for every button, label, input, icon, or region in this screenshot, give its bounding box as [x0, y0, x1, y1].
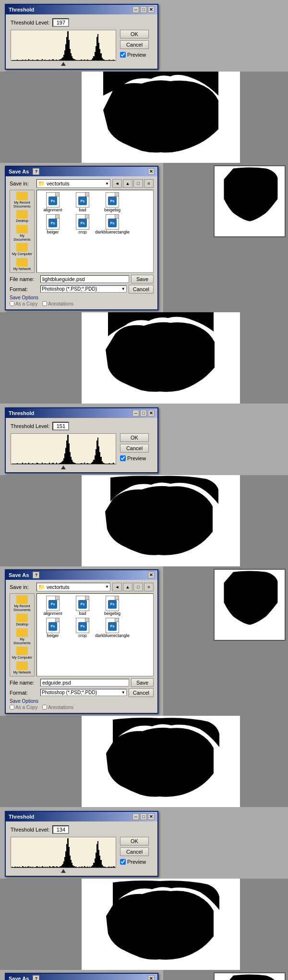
- threshold-level-input[interactable]: 134: [52, 825, 69, 834]
- file-item[interactable]: Pscrop: [69, 214, 96, 234]
- preview-checkbox[interactable]: [120, 52, 126, 58]
- minimize-button[interactable]: ─: [132, 813, 139, 820]
- save-options-label[interactable]: Save Options: [10, 295, 154, 300]
- close-button[interactable]: ✕: [148, 975, 155, 980]
- left-panel-item[interactable]: My Network: [11, 661, 33, 675]
- threshold-level-label: Threshold Level:: [11, 827, 49, 833]
- left-panel-label: My Recent Documents: [12, 604, 33, 612]
- file-grid: PsalignmentPsbadPsbeigebigPsbeigerPscrop…: [36, 593, 154, 676]
- threshold-level-input[interactable]: 197: [52, 18, 69, 27]
- face-silhouette: [82, 716, 240, 807]
- file-item[interactable]: Psalignment: [39, 192, 67, 212]
- left-panel-item[interactable]: My Recent Documents: [11, 595, 33, 612]
- left-panel-item[interactable]: My Recent Documents: [11, 191, 33, 208]
- close-button[interactable]: ✕: [148, 410, 155, 416]
- left-panel-item[interactable]: My Documents: [11, 224, 33, 242]
- left-grey-area: [0, 72, 82, 163]
- new-folder-button[interactable]: □: [133, 583, 143, 591]
- ok-button[interactable]: OK: [120, 30, 149, 38]
- save-button[interactable]: Save: [131, 275, 154, 283]
- face-canvas: [82, 716, 240, 807]
- maximize-button[interactable]: □: [140, 6, 147, 13]
- preview-checkbox[interactable]: [120, 859, 126, 865]
- save-in-combo[interactable]: 📁vectortuts▼: [36, 179, 110, 188]
- threshold-dialog: Threshold─□✕Threshold Level:151OKCancelP…: [5, 407, 158, 473]
- left-panel-item[interactable]: My Documents: [11, 628, 33, 645]
- format-combo[interactable]: Photoshop (*.PSD;*.PDD)▼: [40, 689, 127, 696]
- cancel-button[interactable]: Cancel: [120, 444, 149, 453]
- save-in-label: Save in:: [10, 584, 35, 590]
- face-silhouette: [82, 475, 240, 566]
- file-item[interactable]: Psbad: [69, 192, 96, 212]
- ok-button[interactable]: OK: [120, 837, 149, 845]
- file-item[interactable]: Psdarkbluerectangle: [98, 618, 126, 638]
- left-panel-item[interactable]: My Computer: [11, 243, 33, 257]
- help-button[interactable]: ?: [33, 572, 39, 578]
- file-item[interactable]: Pscrop: [69, 618, 96, 638]
- file-grid: PsalignmentPsbadPsbeigebigPsbeigerPscrop…: [36, 190, 154, 273]
- save-check-label: Annotations: [48, 705, 73, 710]
- close-button[interactable]: ✕: [148, 572, 155, 578]
- preview-checkbox[interactable]: [120, 455, 126, 461]
- minimize-button[interactable]: ─: [132, 6, 139, 13]
- save-options-label[interactable]: Save Options: [10, 698, 154, 704]
- left-panel-item[interactable]: My Network: [11, 257, 33, 271]
- up-button[interactable]: ▲: [123, 583, 132, 591]
- file-item[interactable]: Psdarkbluerectangle: [98, 214, 126, 234]
- cancel-button[interactable]: Cancel: [129, 688, 154, 697]
- filename-label: File name:: [10, 276, 38, 282]
- folder-icon: [16, 662, 28, 670]
- help-button[interactable]: ?: [33, 975, 39, 980]
- file-item[interactable]: Psbeiger: [39, 618, 67, 638]
- file-item[interactable]: Psbad: [69, 596, 96, 616]
- face-section-face_lighter: [0, 879, 288, 970]
- left-panel-item[interactable]: My Computer: [11, 646, 33, 660]
- ok-button[interactable]: OK: [120, 433, 149, 442]
- format-label: Format:: [10, 286, 38, 292]
- minimize-button[interactable]: ─: [132, 410, 139, 416]
- maximize-button[interactable]: □: [140, 410, 147, 416]
- left-grey-area: [0, 475, 82, 566]
- close-button[interactable]: ✕: [148, 6, 155, 13]
- face-canvas: [82, 312, 240, 404]
- close-button[interactable]: ✕: [148, 813, 155, 820]
- cancel-button[interactable]: Cancel: [120, 847, 149, 856]
- file-item[interactable]: Psalignment: [39, 596, 67, 616]
- threshold-section: Threshold─□✕Threshold Level:134OKCancelP…: [0, 807, 288, 879]
- save-checkbox[interactable]: [10, 705, 14, 710]
- maximize-button[interactable]: □: [140, 813, 147, 820]
- threshold-slider-handle[interactable]: [61, 466, 66, 469]
- threshold-slider-handle[interactable]: [61, 869, 66, 873]
- save-checkbox[interactable]: [42, 301, 47, 306]
- save-in-combo[interactable]: 📁vectortuts▼: [36, 583, 110, 591]
- new-folder-button[interactable]: □: [133, 179, 143, 188]
- file-name: darkbluerectangle: [95, 230, 130, 234]
- filename-input[interactable]: lightblueguide.psd: [40, 275, 129, 283]
- cancel-button[interactable]: Cancel: [120, 40, 149, 49]
- save-button[interactable]: Save: [131, 678, 154, 687]
- threshold-slider-handle[interactable]: [61, 62, 66, 66]
- right-grey-area: [240, 312, 288, 404]
- left-grey-area: [0, 312, 82, 404]
- save-checkbox[interactable]: [10, 301, 14, 306]
- save-checkbox[interactable]: [42, 705, 47, 710]
- file-item[interactable]: Psbeigebig: [98, 192, 126, 212]
- up-button[interactable]: ▲: [123, 179, 132, 188]
- threshold-title: Threshold: [9, 410, 34, 416]
- left-panel-item[interactable]: Desktop: [11, 209, 33, 223]
- threshold-level-input[interactable]: 151: [52, 422, 69, 430]
- format-combo[interactable]: Photoshop (*.PSD;*.PDD)▼: [40, 285, 127, 293]
- close-button[interactable]: ✕: [148, 168, 155, 175]
- cancel-button[interactable]: Cancel: [129, 285, 154, 294]
- saveas-left-panel: My Recent DocumentsDesktopMy DocumentsMy…: [10, 190, 35, 273]
- back-button[interactable]: ◄: [112, 583, 122, 591]
- filename-input[interactable]: edguide.psd: [40, 679, 129, 686]
- file-item[interactable]: Psbeigebig: [98, 596, 126, 616]
- back-button[interactable]: ◄: [112, 179, 122, 188]
- views-button[interactable]: ≡: [144, 583, 154, 591]
- file-item[interactable]: Psbeiger: [39, 214, 67, 234]
- views-button[interactable]: ≡: [144, 179, 154, 188]
- help-button[interactable]: ?: [33, 168, 39, 175]
- left-panel-item[interactable]: Desktop: [11, 613, 33, 627]
- file-name: beiger: [47, 633, 59, 638]
